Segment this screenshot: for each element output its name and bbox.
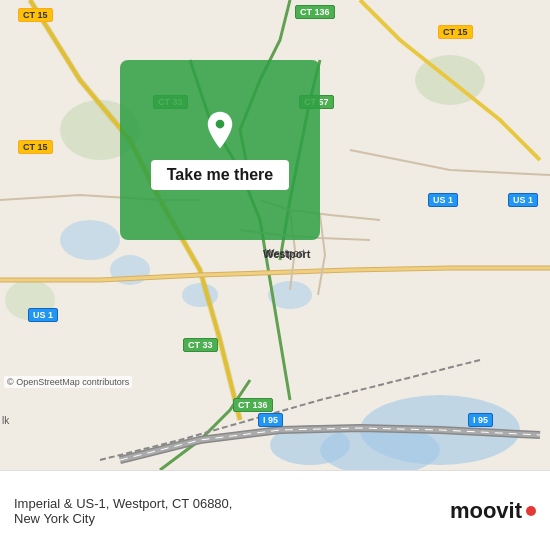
take-me-there-overlay[interactable]: Take me there	[120, 60, 320, 240]
shield-us1-far-right: US 1	[508, 193, 538, 207]
address-section: Imperial & US-1, Westport, CT 06880, New…	[14, 496, 232, 526]
lk-label: lk	[2, 415, 9, 426]
shield-ct15-top-left: CT 15	[18, 8, 53, 22]
shield-ct15-top-right: CT 15	[438, 25, 473, 39]
shield-i95-left: I 95	[258, 413, 283, 427]
osm-attribution: © OpenStreetMap contributors	[4, 376, 132, 388]
bottom-bar: Imperial & US-1, Westport, CT 06880, New…	[0, 470, 550, 550]
shield-ct136-bottom: CT 136	[233, 398, 273, 412]
shield-ct33-bottom: CT 33	[183, 338, 218, 352]
location-pin-icon	[199, 110, 241, 152]
moovit-logo-dot	[526, 506, 536, 516]
svg-point-11	[216, 120, 225, 129]
moovit-logo: moovit	[450, 498, 536, 524]
shield-i95-right: I 95	[468, 413, 493, 427]
take-me-there-button[interactable]: Take me there	[151, 160, 289, 190]
shield-us1-right: US 1	[428, 193, 458, 207]
address-line1: Imperial & US-1, Westport, CT 06880,	[14, 496, 232, 511]
westport-label: Westport	[263, 248, 310, 260]
moovit-logo-text: moovit	[450, 498, 522, 524]
shield-ct15-left: CT 15	[18, 140, 53, 154]
svg-point-1	[60, 220, 120, 260]
address-line2: New York City	[14, 511, 232, 526]
map-container: CT 15 CT 136 CT 15 CT 15 CT 33 CT 57 US …	[0, 0, 550, 470]
shield-ct136-top: CT 136	[295, 5, 335, 19]
shield-us1-left: US 1	[28, 308, 58, 322]
